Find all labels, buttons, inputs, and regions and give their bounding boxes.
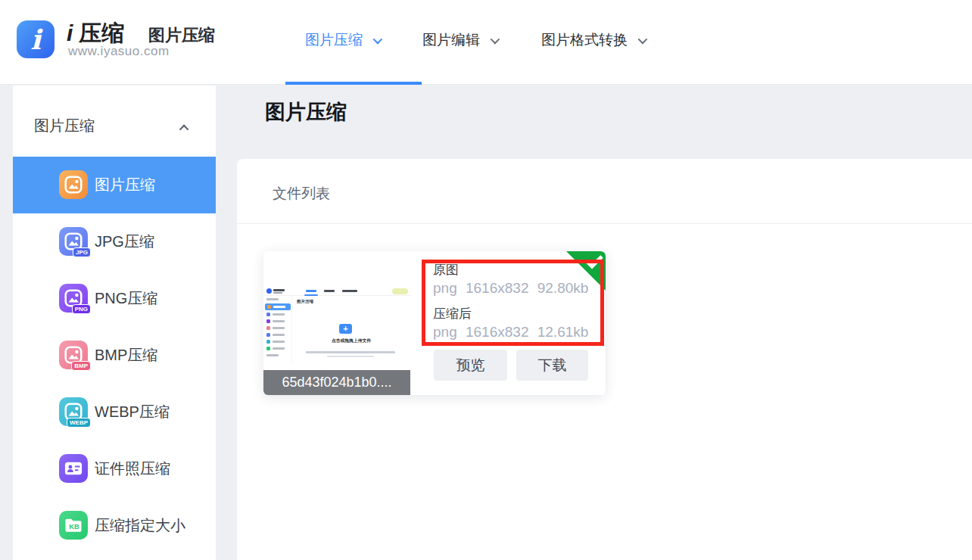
decor-dot bbox=[266, 313, 270, 316]
brand-i: i bbox=[67, 20, 73, 45]
sidebar-item-label: WEBP压缩 bbox=[95, 402, 170, 422]
decor-dot bbox=[266, 326, 270, 330]
target-size-compress-icon: KB bbox=[59, 511, 88, 540]
jpg-compress-icon: JPG bbox=[59, 227, 88, 256]
preview-button[interactable]: 预览 bbox=[434, 350, 507, 381]
thumb-mini-header bbox=[263, 286, 410, 296]
chevron-down-icon bbox=[638, 34, 648, 44]
decor-bar bbox=[273, 347, 285, 350]
decor-bar bbox=[273, 320, 285, 322]
sidebar-item-label: 压缩指定大小 bbox=[95, 515, 185, 536]
file-name: 65d43f024b1b0.... bbox=[263, 370, 410, 395]
decor-bar bbox=[306, 290, 316, 292]
file-list-panel: 文件列表 bbox=[237, 159, 972, 560]
thumb-mini-row bbox=[263, 338, 292, 345]
download-button[interactable]: 下载 bbox=[516, 350, 588, 381]
sidebar-item-image-compress[interactable]: 图片压缩 bbox=[13, 157, 216, 213]
decor-bar bbox=[324, 290, 335, 292]
thumb-mini-row bbox=[263, 318, 292, 325]
thumb-mini-row-active bbox=[265, 303, 291, 310]
sidebar: 图片压缩 图片压缩 JPG JPG压缩 PNG PNG压缩 bbox=[13, 86, 216, 560]
thumb-mini-row bbox=[263, 331, 292, 338]
panel-title: 文件列表 bbox=[273, 184, 330, 204]
active-nav-underline bbox=[285, 82, 422, 85]
decor-bar bbox=[273, 341, 285, 343]
id-photo-compress-icon bbox=[59, 454, 88, 483]
nav-item-image-compress[interactable]: 图片压缩 bbox=[305, 30, 380, 50]
nav-item-format-convert[interactable]: 图片格式转换 bbox=[541, 30, 645, 50]
sidebar-item-label: PNG压缩 bbox=[95, 288, 157, 309]
sidebar-group-image-compress[interactable]: 图片压缩 bbox=[13, 86, 216, 157]
decor-bar bbox=[273, 334, 285, 336]
decor-dot bbox=[266, 340, 270, 344]
webp-badge: WEBP bbox=[67, 418, 91, 428]
sidebar-item-label: BMP压缩 bbox=[95, 345, 157, 366]
nav-item-label: 图片压缩 bbox=[305, 30, 363, 50]
sidebar-list: 图片压缩 JPG JPG压缩 PNG PNG压缩 BMP BMP压缩 bbox=[13, 157, 216, 554]
thumb-upload-caption: 点击或拖拽上传文件 bbox=[317, 338, 385, 344]
decor-bar bbox=[266, 354, 279, 356]
decor-bar bbox=[273, 327, 285, 329]
nav-item-label: 图片格式转换 bbox=[541, 30, 628, 50]
sidebar-group-title: 图片压缩 bbox=[34, 116, 95, 136]
thumb-mini-row bbox=[263, 345, 292, 352]
sidebar-item-label: 证件照压缩 bbox=[95, 459, 170, 479]
webp-compress-icon: WEBP bbox=[59, 397, 88, 426]
decor-bar bbox=[273, 306, 285, 308]
sidebar-item-label: 图片压缩 bbox=[95, 175, 155, 195]
chevron-down-icon bbox=[491, 34, 500, 44]
decor-dot bbox=[266, 333, 270, 337]
png-compress-icon: PNG bbox=[59, 284, 88, 313]
brand-name: 压缩 bbox=[79, 20, 124, 45]
chevron-up-icon bbox=[179, 125, 189, 135]
thumb-mini-row bbox=[263, 352, 292, 359]
thumb-mini-button bbox=[392, 288, 408, 294]
chevron-down-icon bbox=[373, 34, 383, 44]
decor-dot bbox=[266, 347, 270, 350]
thumbnail-screenshot: 图片压缩 + 点击或拖拽上传文件 bbox=[263, 286, 410, 362]
thumb-mini-sidebar bbox=[263, 296, 292, 362]
sidebar-item-target-size-compress[interactable]: KB 压缩指定大小 bbox=[13, 497, 216, 554]
decor-bar bbox=[266, 298, 279, 300]
page-title: 图片压缩 bbox=[265, 98, 347, 126]
decor-bar bbox=[306, 351, 395, 353]
decor-bar bbox=[273, 289, 285, 291]
thumb-mini-row bbox=[263, 296, 292, 303]
decor-bar bbox=[273, 292, 282, 294]
sidebar-item-bmp-compress[interactable]: BMP BMP压缩 bbox=[13, 327, 216, 384]
decor-dot bbox=[266, 319, 270, 323]
sidebar-item-png-compress[interactable]: PNG PNG压缩 bbox=[13, 270, 216, 327]
file-card: 图片压缩 + 点击或拖拽上传文件 65d43f024b1b0.... 原图 pn… bbox=[263, 251, 606, 395]
sidebar-item-id-photo-compress[interactable]: 证件照压缩 bbox=[13, 440, 216, 497]
panel-divider bbox=[237, 223, 972, 224]
sidebar-item-webp-compress[interactable]: WEBP WEBP压缩 bbox=[13, 384, 216, 440]
brand-url: www.iyasuo.com bbox=[68, 44, 170, 59]
bmp-compress-icon: BMP bbox=[59, 341, 88, 369]
decor-bar bbox=[327, 356, 374, 357]
header: i i压缩 图片压缩 www.iyasuo.com 图片压缩 图片编辑 图片格式… bbox=[0, 0, 972, 85]
thumb-mini-title: 图片压缩 bbox=[297, 298, 313, 304]
site-logo-icon[interactable]: i bbox=[17, 20, 55, 58]
highlight-box bbox=[422, 260, 604, 346]
image-compress-icon bbox=[59, 170, 88, 199]
decor-dot bbox=[267, 305, 271, 309]
thumb-upload-plus-icon: + bbox=[339, 324, 352, 334]
decor-bar bbox=[342, 290, 357, 292]
svg-text:KB: KB bbox=[69, 523, 79, 530]
bmp-badge: BMP bbox=[71, 361, 91, 371]
png-badge: PNG bbox=[72, 304, 91, 314]
sidebar-item-label: JPG压缩 bbox=[95, 232, 154, 252]
sidebar-item-jpg-compress[interactable]: JPG JPG压缩 bbox=[13, 213, 216, 270]
file-thumbnail[interactable]: 图片压缩 + 点击或拖拽上传文件 65d43f024b1b0.... bbox=[263, 251, 410, 395]
thumb-mini-row bbox=[263, 325, 292, 331]
nav-item-label: 图片编辑 bbox=[422, 30, 480, 50]
nav-item-image-edit[interactable]: 图片编辑 bbox=[422, 30, 497, 50]
jpg-badge: JPG bbox=[73, 247, 91, 257]
decor-bar bbox=[273, 313, 285, 316]
thumb-mini-row bbox=[263, 311, 292, 318]
decor-bar bbox=[304, 294, 318, 296]
thumb-mini-logo bbox=[266, 288, 272, 294]
